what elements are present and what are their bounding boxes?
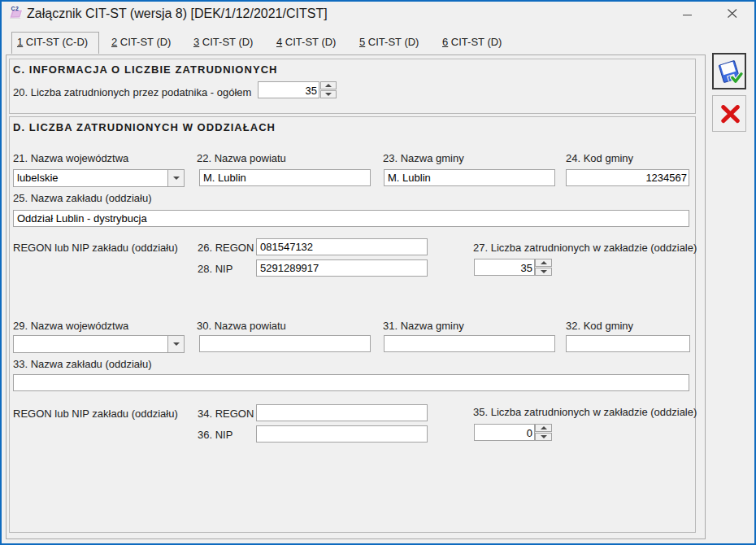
svg-text:C2: C2 [11,6,20,11]
